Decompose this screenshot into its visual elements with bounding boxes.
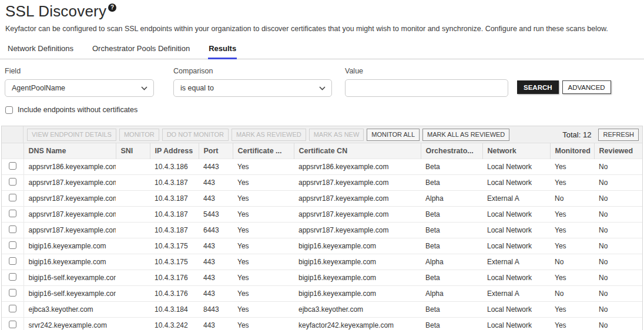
table-header-row: DNS Name SNI IP Address Port Certificate… [2,143,642,159]
do-not-monitor-button[interactable]: DO NOT MONITOR [162,129,229,141]
comparison-select[interactable]: is equal to [173,79,332,97]
page-header: SSL Discovery? Keyfactor can be configur… [0,0,644,33]
cell-port: 443 [199,238,233,254]
table-row[interactable]: appsrvr186.keyexample.com 10.4.3.186 444… [2,159,642,175]
cell-monitored: Yes [550,318,594,330]
row-checkbox[interactable] [9,289,16,297]
column-header-port[interactable]: Port [199,143,233,159]
cell-dns-name: appsrvr187.keyexample.com [24,191,116,207]
cell-certificate-cn: appsrvr187.keyexample.com [294,223,421,238]
row-checkbox[interactable] [9,225,16,233]
cell-dns-name: appsrvr187.keyexample.com [24,207,116,223]
tab-orchestrator-pools-definition[interactable]: Orchestrator Pools Definition [92,42,190,59]
table-row[interactable]: bigip16-self.keyexample.com 10.4.3.176 4… [2,270,642,286]
cell-reviewed: No [594,302,642,318]
cell-dns-name: bigip16.keyexample.com [24,238,116,254]
cell-sni [116,254,150,270]
cell-reviewed: No [594,318,642,330]
cell-certificate-found: Yes [233,318,294,330]
cell-ip-address: 10.4.3.175 [150,254,199,270]
tab-results[interactable]: Results [208,42,237,59]
table-row[interactable]: appsrvr187.keyexample.com 10.4.3.187 644… [2,223,642,238]
column-header-dns-name[interactable]: DNS Name [24,143,116,159]
include-endpoints-checkbox[interactable] [5,106,13,114]
column-header-ip-address[interactable]: IP Address [150,143,199,159]
cell-sni [116,302,150,318]
cell-dns-name: bigip16.keyexample.com [24,254,116,270]
cell-certificate-cn: bigip16.keyexample.com [294,270,421,286]
cell-monitored: No [550,254,594,270]
cell-port: 443 [199,175,233,191]
row-checkbox[interactable] [9,194,16,201]
value-input[interactable] [345,79,508,97]
table-row[interactable]: appsrvr187.keyexample.com 10.4.3.187 443… [2,175,642,191]
table-row[interactable]: bigip16.keyexample.com 10.4.3.175 443 Ye… [2,254,642,270]
cell-reviewed: No [594,254,642,270]
cell-ip-address: 10.4.3.187 [150,191,199,207]
table-row[interactable]: bigip16.keyexample.com 10.4.3.175 443 Ye… [2,238,642,254]
cell-dns-name: appsrvr187.keyexample.com [24,223,116,238]
cell-orchestrator-pool: Beta [421,238,482,254]
cell-ip-address: 10.4.3.175 [150,238,199,254]
search-form: Field AgentPoolName Comparison is equal … [5,67,639,97]
cell-monitored: Yes [550,223,594,238]
column-header-sni[interactable]: SNI [116,143,150,159]
mark-as-new-button[interactable]: MARK AS NEW [309,129,364,141]
mark-as-reviewed-button[interactable]: MARK AS REVIEWED [232,129,306,141]
cell-certificate-found: Yes [233,254,294,270]
table-row[interactable]: ejbca3.keyother.com 10.4.3.184 8443 Yes … [2,302,642,318]
cell-sni [116,159,150,175]
cell-network: Local Network [482,238,550,254]
comparison-label: Comparison [173,67,332,75]
toolbar-spacer [2,126,24,143]
monitor-button[interactable]: MONITOR [119,129,159,141]
table-row[interactable]: appsrvr187.keyexample.com 10.4.3.187 544… [2,207,642,223]
column-header-orchestrator-pool[interactable]: Orchestrato... [421,143,482,159]
column-header-reviewed[interactable]: Reviewed [594,143,642,159]
view-endpoint-details-button[interactable]: VIEW ENDPOINT DETAILS [27,129,116,141]
cell-dns-name: srvr242.keyexample.com [24,318,116,330]
cell-network: External A [482,286,550,302]
mark-all-as-reviewed-button[interactable]: MARK ALL AS REVIEWED [422,129,509,141]
cell-network: External A [482,191,550,207]
monitor-all-button[interactable]: MONITOR ALL [367,129,420,141]
cell-reviewed: No [594,238,642,254]
column-header-certificate-found[interactable]: Certificate ... [233,143,294,159]
column-header-certificate-cn[interactable]: Certificate CN [294,143,421,159]
search-button[interactable]: SEARCH [517,80,559,94]
row-checkbox[interactable] [9,210,16,217]
row-checkbox[interactable] [9,305,16,312]
row-checkbox[interactable] [9,257,16,265]
row-checkbox[interactable] [9,241,16,249]
cell-sni [116,207,150,223]
table-row[interactable]: srvr242.keyexample.com 10.4.3.242 443 Ye… [2,318,642,330]
grid-toolbar: VIEW ENDPOINT DETAILS MONITOR DO NOT MON… [2,126,642,143]
table-row[interactable]: bigip16-self.keyexample.com 10.4.3.176 4… [2,286,642,302]
ssl-discovery-page: SSL Discovery? Keyfactor can be configur… [0,0,644,330]
cell-orchestrator-pool: Alpha [421,191,482,207]
value-label: Value [345,67,508,75]
row-checkbox[interactable] [9,321,16,328]
refresh-button[interactable]: REFRESH [598,129,639,141]
cell-dns-name: bigip16-self.keyexample.com [24,270,116,286]
advanced-button[interactable]: ADVANCED [562,80,611,94]
row-checkbox[interactable] [9,162,16,170]
cell-port: 443 [199,254,233,270]
row-checkbox[interactable] [9,273,16,281]
tab-bar: Network Definitions Orchestrator Pools D… [0,42,644,59]
cell-ip-address: 10.4.3.187 [150,175,199,191]
cell-certificate-cn: appsrvr186.keyexample.com [294,159,421,175]
column-header-network[interactable]: Network [482,143,550,159]
cell-sni [116,191,150,207]
cell-orchestrator-pool: Beta [421,207,482,223]
field-select[interactable]: AgentPoolName [5,79,154,97]
row-checkbox[interactable] [9,178,16,186]
table-row[interactable]: appsrvr187.keyexample.com 10.4.3.187 443… [2,191,642,207]
tab-network-definitions[interactable]: Network Definitions [7,42,74,59]
cell-port: 8443 [199,302,233,318]
cell-orchestrator-pool: Alpha [421,286,482,302]
column-header-monitored[interactable]: Monitored [550,143,594,159]
cell-monitored: Yes [550,238,594,254]
help-icon[interactable]: ? [108,4,116,12]
cell-dns-name: ejbca3.keyother.com [24,302,116,318]
